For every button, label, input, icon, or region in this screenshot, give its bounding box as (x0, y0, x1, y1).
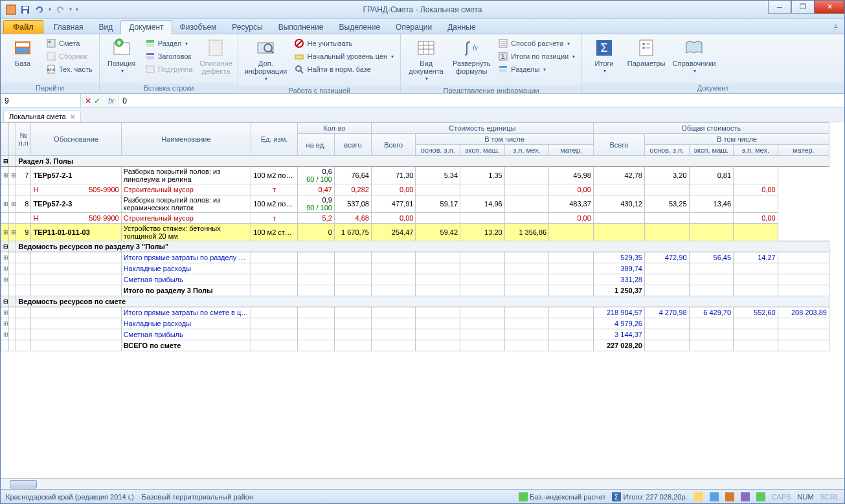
formula-value[interactable]: 0 (118, 94, 844, 107)
sb-icon-1[interactable] (694, 492, 703, 501)
itogi-button[interactable]: Σ Итоги▾ (586, 36, 622, 76)
table-row[interactable]: ⊞⊞7ТЕРр57-2-1Разборка покрытий полов: из… (1, 167, 829, 184)
fx-label[interactable]: fx (104, 96, 118, 105)
close-button[interactable]: ✕ (815, 1, 844, 14)
svg-rect-53 (741, 492, 750, 501)
redo-icon[interactable] (55, 5, 65, 15)
ribbon-group-document: Σ Итоги▾ Параметры Справочники▾ Документ (582, 34, 844, 93)
svg-rect-9 (49, 41, 51, 43)
svg-rect-16 (146, 44, 154, 47)
svg-rect-26 (295, 55, 303, 59)
tab-vypolnenie[interactable]: Выполнение (271, 21, 332, 34)
horizontal-scrollbar[interactable] (1, 478, 844, 489)
svg-rect-29 (418, 41, 434, 54)
table-row[interactable]: ⊞Сметная прибыль3 144,37 (1, 329, 829, 340)
ribbon-group-insert: Позиция▾ Раздел▾ Заголовок Подгруппа Опи… (100, 34, 239, 93)
tab-selection[interactable]: Выделение (332, 21, 389, 34)
doc-tab-local[interactable]: Локальная смета ✕ (3, 111, 81, 122)
svg-line-28 (300, 71, 303, 73)
grid-header: № п.п Обоснование Наименование Ед. изм. … (1, 123, 829, 156)
status-itogo[interactable]: ΣИтого: 227 028,20р. (612, 492, 687, 501)
table-row[interactable]: ⊞⊞9ТЕР11-01-011-03Устройство стяжек: бет… (1, 224, 829, 241)
naiti-norm-button[interactable]: Найти в норм. базе (291, 63, 396, 75)
sposob-button[interactable]: Способ расчета▾ (495, 38, 578, 49)
svg-text:fx: fx (473, 45, 479, 52)
cell-reference-box[interactable]: 9 (1, 94, 81, 107)
ribbon-collapse-icon[interactable]: ▵ (834, 21, 838, 30)
table-row[interactable]: ⊞Накладные расходы4 979,26 (1, 318, 829, 329)
svg-rect-52 (725, 492, 734, 501)
smeta-button[interactable]: Смета (43, 38, 95, 49)
svg-rect-17 (146, 53, 154, 55)
table-row[interactable]: ⊞Накладные расходы389,74 (1, 263, 829, 274)
tab-main[interactable]: Главная (46, 21, 91, 34)
sb-icon-2[interactable] (710, 492, 719, 501)
table-row[interactable]: ВСЕГО по смете227 028,20 (1, 340, 829, 351)
maximize-button[interactable]: ❐ (791, 1, 815, 14)
position-button[interactable]: Позиция▾ (104, 36, 140, 76)
quick-access-toolbar: ▾ ▾ ▾ (1, 5, 78, 15)
ne-uchityvat-button[interactable]: Не учитывать (291, 38, 396, 49)
zagolovok-button[interactable]: Заголовок (142, 50, 196, 62)
table-row[interactable]: ⊟Раздел 3. Полы (1, 156, 829, 167)
ribbon: База Смета Сборник abcТех. часть Перейти… (1, 34, 844, 94)
tab-fizobem[interactable]: Физобъем (172, 21, 225, 34)
table-row[interactable]: ⊞⊞8ТЕРр57-2-3Разборка покрытий полов: из… (1, 195, 829, 213)
grid-area[interactable]: № п.п Обоснование Наименование Ед. изм. … (1, 122, 844, 478)
tech-part-button[interactable]: abcТех. часть (43, 63, 95, 75)
minimize-button[interactable]: ─ (768, 1, 791, 14)
nach-uroven-button[interactable]: Начальный уровень цен▾ (291, 50, 396, 62)
base-button[interactable]: База (5, 36, 41, 69)
table-row[interactable]: ⊟Ведомость ресурсов по разделу 3 "Полы" (1, 241, 829, 252)
num-indicator: NUM (798, 493, 814, 501)
app-window: ▾ ▾ ▾ ГРАНД-Смета - Локальная смета ─ ❐ … (0, 0, 845, 504)
spravochniki-button[interactable]: Справочники▾ (670, 36, 718, 76)
undo-icon[interactable] (34, 5, 45, 15)
itogi-pos-button[interactable]: ΣИтоги по позиции▾ (495, 50, 578, 62)
defect-button: Описание дефекта (197, 36, 234, 76)
svg-rect-47 (519, 492, 528, 501)
svg-text:Σ: Σ (601, 41, 608, 54)
params-button[interactable]: Параметры (625, 36, 668, 69)
close-tab-icon[interactable]: ✕ (70, 113, 75, 120)
svg-point-43 (642, 43, 645, 45)
calc-method[interactable]: Баз.-индексный расчет (519, 492, 605, 501)
svg-rect-38 (499, 66, 507, 68)
razdely-button[interactable]: Разделы▾ (495, 63, 578, 75)
svg-rect-18 (146, 56, 154, 60)
sbornik-button: Сборник (43, 50, 95, 62)
dopinfo-button[interactable]: Доп. информация▾ (242, 36, 289, 83)
cancel-formula-icon[interactable]: ✕ (85, 96, 91, 105)
vid-doc-button[interactable]: Вид документа▾ (405, 36, 447, 83)
formulas-button[interactable]: fx Развернуть формулы (450, 36, 493, 76)
table-row[interactable]: ⊞Итого прямые затраты по смете в ценах 2… (1, 307, 829, 318)
sb-icon-3[interactable] (725, 492, 734, 501)
file-tab[interactable]: Файл (3, 20, 43, 34)
table-row[interactable]: Итого по разделу 3 Полы1 250,37 (1, 285, 829, 296)
tab-resources[interactable]: Ресурсы (224, 21, 270, 34)
formula-bar: 9 ✕ ✓ fx 0 (1, 94, 844, 108)
table-row[interactable]: Н509-9900Строительный мусорт0,470,2820,0… (1, 184, 829, 195)
tab-view[interactable]: Вид (91, 21, 121, 34)
sb-icon-5[interactable] (756, 492, 765, 501)
statusbar: Краснодарский край (редакция 2014 г.) Ба… (1, 489, 844, 503)
table-row[interactable]: ⊟Ведомость ресурсов по смете (1, 296, 829, 307)
save-icon[interactable] (20, 5, 30, 15)
razdel-button[interactable]: Раздел▾ (142, 38, 196, 49)
table-row[interactable]: ⊞Итого прямые затраты по разделу в ценах… (1, 252, 829, 263)
tab-operations[interactable]: Операции (388, 21, 440, 34)
scrollbar-thumb[interactable] (10, 480, 37, 488)
redo-menu-caret[interactable]: ▾ (69, 6, 72, 12)
qat-customize-caret[interactable]: ▾ (76, 6, 78, 12)
accept-formula-icon[interactable]: ✓ (94, 96, 100, 105)
table-row[interactable]: Н509-9900Строительный мусорт5,24,680,000… (1, 213, 829, 224)
svg-rect-10 (47, 52, 55, 60)
svg-rect-19 (146, 66, 154, 72)
tab-data[interactable]: Данные (440, 21, 483, 34)
table-row[interactable]: ⊞Сметная прибыль331,28 (1, 274, 829, 285)
undo-menu-caret[interactable]: ▾ (49, 6, 51, 12)
svg-rect-6 (16, 43, 29, 47)
tab-document[interactable]: Документ (120, 20, 172, 34)
sb-icon-4[interactable] (741, 492, 750, 501)
svg-rect-8 (47, 39, 55, 47)
